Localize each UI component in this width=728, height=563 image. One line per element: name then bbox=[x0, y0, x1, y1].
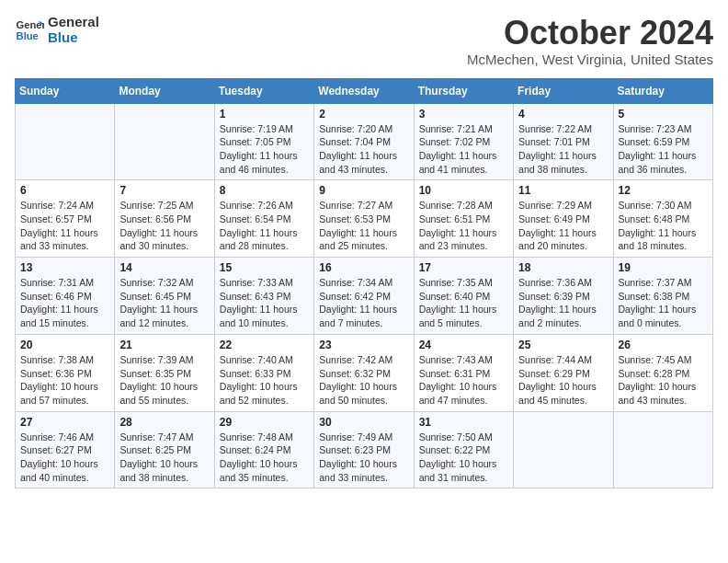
day-info: Sunrise: 7:21 AM Sunset: 7:02 PM Dayligh… bbox=[419, 122, 508, 177]
day-info: Sunrise: 7:44 AM Sunset: 6:29 PM Dayligh… bbox=[518, 353, 608, 408]
day-number: 29 bbox=[220, 416, 309, 429]
day-number: 1 bbox=[220, 108, 309, 121]
day-info: Sunrise: 7:29 AM Sunset: 6:49 PM Dayligh… bbox=[518, 199, 608, 253]
day-number: 12 bbox=[619, 184, 708, 197]
day-number: 15 bbox=[220, 261, 309, 274]
day-info: Sunrise: 7:33 AM Sunset: 6:43 PM Dayligh… bbox=[220, 276, 309, 330]
day-number: 4 bbox=[518, 108, 608, 121]
week-row-2: 6Sunrise: 7:24 AM Sunset: 6:57 PM Daylig… bbox=[16, 180, 713, 258]
calendar-cell: 28Sunrise: 7:47 AM Sunset: 6:25 PM Dayli… bbox=[115, 411, 214, 488]
day-number: 27 bbox=[20, 416, 109, 429]
day-info: Sunrise: 7:25 AM Sunset: 6:56 PM Dayligh… bbox=[119, 199, 209, 253]
day-info: Sunrise: 7:45 AM Sunset: 6:28 PM Dayligh… bbox=[619, 353, 708, 408]
logo-blue: Blue bbox=[48, 30, 99, 46]
calendar-cell: 5Sunrise: 7:23 AM Sunset: 6:59 PM Daylig… bbox=[613, 103, 712, 180]
weekday-header-tuesday: Tuesday bbox=[214, 78, 313, 103]
day-number: 7 bbox=[119, 184, 209, 197]
day-number: 6 bbox=[20, 184, 109, 197]
day-info: Sunrise: 7:27 AM Sunset: 6:53 PM Dayligh… bbox=[319, 199, 408, 253]
day-number: 30 bbox=[319, 416, 408, 429]
day-info: Sunrise: 7:31 AM Sunset: 6:46 PM Dayligh… bbox=[20, 276, 109, 330]
day-info: Sunrise: 7:46 AM Sunset: 6:27 PM Dayligh… bbox=[20, 431, 109, 485]
calendar-cell: 23Sunrise: 7:42 AM Sunset: 6:32 PM Dayli… bbox=[314, 334, 414, 411]
month-title: October 2024 bbox=[467, 15, 713, 52]
calendar-cell: 29Sunrise: 7:48 AM Sunset: 6:24 PM Dayli… bbox=[214, 411, 313, 488]
day-number: 18 bbox=[518, 261, 608, 274]
day-info: Sunrise: 7:36 AM Sunset: 6:39 PM Dayligh… bbox=[518, 276, 608, 330]
day-info: Sunrise: 7:30 AM Sunset: 6:48 PM Dayligh… bbox=[619, 199, 708, 253]
calendar-cell bbox=[115, 103, 214, 180]
calendar-cell: 7Sunrise: 7:25 AM Sunset: 6:56 PM Daylig… bbox=[115, 180, 214, 258]
calendar-cell: 20Sunrise: 7:38 AM Sunset: 6:36 PM Dayli… bbox=[16, 334, 115, 411]
weekday-header-sunday: Sunday bbox=[16, 78, 115, 103]
day-number: 10 bbox=[419, 184, 508, 197]
day-number: 8 bbox=[220, 184, 309, 197]
day-number: 22 bbox=[220, 339, 309, 351]
calendar-cell: 12Sunrise: 7:30 AM Sunset: 6:48 PM Dayli… bbox=[613, 180, 712, 258]
calendar-cell: 15Sunrise: 7:33 AM Sunset: 6:43 PM Dayli… bbox=[214, 258, 313, 335]
day-info: Sunrise: 7:39 AM Sunset: 6:35 PM Dayligh… bbox=[119, 353, 209, 408]
svg-text:General: General bbox=[17, 19, 44, 30]
calendar-cell bbox=[514, 411, 613, 488]
calendar-cell: 4Sunrise: 7:22 AM Sunset: 7:01 PM Daylig… bbox=[514, 103, 613, 180]
week-row-5: 27Sunrise: 7:46 AM Sunset: 6:27 PM Dayli… bbox=[16, 411, 713, 488]
day-number: 13 bbox=[20, 261, 109, 274]
calendar-cell: 25Sunrise: 7:44 AM Sunset: 6:29 PM Dayli… bbox=[514, 334, 613, 411]
day-info: Sunrise: 7:42 AM Sunset: 6:32 PM Dayligh… bbox=[319, 353, 408, 408]
calendar-cell: 22Sunrise: 7:40 AM Sunset: 6:33 PM Dayli… bbox=[214, 334, 313, 411]
day-info: Sunrise: 7:47 AM Sunset: 6:25 PM Dayligh… bbox=[119, 431, 209, 485]
day-info: Sunrise: 7:49 AM Sunset: 6:23 PM Dayligh… bbox=[319, 431, 408, 485]
calendar-cell: 18Sunrise: 7:36 AM Sunset: 6:39 PM Dayli… bbox=[514, 258, 613, 335]
day-info: Sunrise: 7:19 AM Sunset: 7:05 PM Dayligh… bbox=[220, 122, 309, 177]
day-number: 16 bbox=[319, 261, 408, 274]
calendar-cell: 21Sunrise: 7:39 AM Sunset: 6:35 PM Dayli… bbox=[115, 334, 214, 411]
calendar-cell: 16Sunrise: 7:34 AM Sunset: 6:42 PM Dayli… bbox=[314, 258, 414, 335]
day-number: 14 bbox=[119, 261, 209, 274]
header: General Blue General Blue October 2024 M… bbox=[15, 15, 713, 67]
calendar-cell: 1Sunrise: 7:19 AM Sunset: 7:05 PM Daylig… bbox=[214, 103, 313, 180]
weekday-header-thursday: Thursday bbox=[414, 78, 513, 103]
day-info: Sunrise: 7:38 AM Sunset: 6:36 PM Dayligh… bbox=[20, 353, 109, 408]
title-section: October 2024 McMechen, West Virginia, Un… bbox=[467, 15, 713, 67]
calendar-cell: 3Sunrise: 7:21 AM Sunset: 7:02 PM Daylig… bbox=[414, 103, 513, 180]
day-info: Sunrise: 7:23 AM Sunset: 6:59 PM Dayligh… bbox=[619, 122, 708, 177]
calendar-table: SundayMondayTuesdayWednesdayThursdayFrid… bbox=[15, 78, 713, 489]
day-info: Sunrise: 7:32 AM Sunset: 6:45 PM Dayligh… bbox=[119, 276, 209, 330]
day-info: Sunrise: 7:40 AM Sunset: 6:33 PM Dayligh… bbox=[220, 353, 309, 408]
svg-text:Blue: Blue bbox=[17, 29, 39, 40]
day-number: 20 bbox=[20, 339, 109, 351]
day-number: 17 bbox=[419, 261, 508, 274]
day-number: 5 bbox=[619, 108, 708, 121]
week-row-4: 20Sunrise: 7:38 AM Sunset: 6:36 PM Dayli… bbox=[16, 334, 713, 411]
calendar-cell: 19Sunrise: 7:37 AM Sunset: 6:38 PM Dayli… bbox=[613, 258, 712, 335]
weekday-header-wednesday: Wednesday bbox=[314, 78, 414, 103]
day-number: 2 bbox=[319, 108, 408, 121]
day-info: Sunrise: 7:37 AM Sunset: 6:38 PM Dayligh… bbox=[619, 276, 708, 330]
calendar-cell: 10Sunrise: 7:28 AM Sunset: 6:51 PM Dayli… bbox=[414, 180, 513, 258]
day-number: 21 bbox=[119, 339, 209, 351]
day-number: 25 bbox=[518, 339, 608, 351]
day-info: Sunrise: 7:48 AM Sunset: 6:24 PM Dayligh… bbox=[220, 431, 309, 485]
calendar-cell: 31Sunrise: 7:50 AM Sunset: 6:22 PM Dayli… bbox=[414, 411, 513, 488]
calendar-cell: 24Sunrise: 7:43 AM Sunset: 6:31 PM Dayli… bbox=[414, 334, 513, 411]
calendar-cell: 27Sunrise: 7:46 AM Sunset: 6:27 PM Dayli… bbox=[16, 411, 115, 488]
day-info: Sunrise: 7:20 AM Sunset: 7:04 PM Dayligh… bbox=[319, 122, 408, 177]
day-number: 24 bbox=[419, 339, 508, 351]
day-number: 3 bbox=[419, 108, 508, 121]
day-number: 19 bbox=[619, 261, 708, 274]
day-number: 31 bbox=[419, 416, 508, 429]
day-info: Sunrise: 7:22 AM Sunset: 7:01 PM Dayligh… bbox=[518, 122, 608, 177]
logo-icon: General Blue bbox=[15, 16, 44, 45]
day-number: 9 bbox=[319, 184, 408, 197]
weekday-header-monday: Monday bbox=[115, 78, 214, 103]
day-info: Sunrise: 7:35 AM Sunset: 6:40 PM Dayligh… bbox=[419, 276, 508, 330]
calendar-cell: 26Sunrise: 7:45 AM Sunset: 6:28 PM Dayli… bbox=[613, 334, 712, 411]
day-info: Sunrise: 7:28 AM Sunset: 6:51 PM Dayligh… bbox=[419, 199, 508, 253]
week-row-3: 13Sunrise: 7:31 AM Sunset: 6:46 PM Dayli… bbox=[16, 258, 713, 335]
weekday-header-saturday: Saturday bbox=[613, 78, 712, 103]
weekday-header-row: SundayMondayTuesdayWednesdayThursdayFrid… bbox=[16, 78, 713, 103]
day-info: Sunrise: 7:43 AM Sunset: 6:31 PM Dayligh… bbox=[419, 353, 508, 408]
calendar-cell: 6Sunrise: 7:24 AM Sunset: 6:57 PM Daylig… bbox=[16, 180, 115, 258]
logo: General Blue General Blue bbox=[15, 15, 99, 45]
day-info: Sunrise: 7:34 AM Sunset: 6:42 PM Dayligh… bbox=[319, 276, 408, 330]
